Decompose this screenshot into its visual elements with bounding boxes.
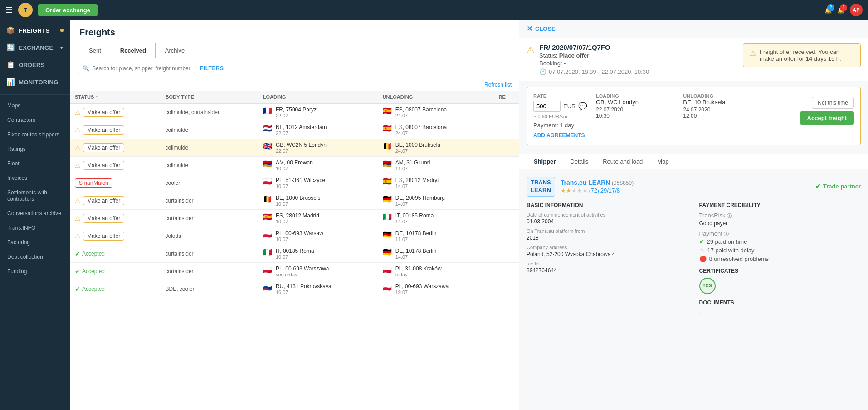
message-icon[interactable]: 💬 — [578, 102, 587, 111]
loading-info: IT, 00185 Roma 10.07 — [276, 248, 314, 260]
col-loading[interactable]: LOADING — [258, 91, 378, 104]
notifications-icon[interactable]: 🔔 2 — [824, 7, 832, 14]
sidebar-item-funding[interactable]: Funding — [0, 264, 70, 279]
detail-tab-map[interactable]: Map — [650, 154, 676, 169]
unloading-info: IT, 00185 Roma 14.07 — [395, 212, 434, 224]
sidebar-item-conversations[interactable]: Conversations archive — [0, 206, 70, 221]
rate-payment: Payment: 1 day — [533, 122, 592, 129]
search-icon: 🔍 — [83, 65, 89, 72]
date-row: Date of commencement of activities 01.03… — [527, 212, 688, 225]
not-this-time-button[interactable]: Not this time — [812, 97, 854, 109]
rate-value: EUR 💬 — [533, 101, 592, 112]
sidebar-item-factoring[interactable]: Factoring — [0, 235, 70, 250]
smartmatch-box[interactable]: SmartMatch — [75, 178, 112, 188]
unloading-flag: 🇪🇸 — [383, 106, 392, 115]
accept-freight-button[interactable]: Accept freight — [800, 111, 854, 125]
search-input[interactable] — [92, 65, 190, 72]
unloading-info: ES, 08007 Barcelona 24.07 — [395, 124, 447, 136]
avatar[interactable]: AP — [850, 4, 863, 16]
shipper-name[interactable]: Trans.eu LEARN (958859) — [561, 179, 634, 186]
sidebar-item-monitoring[interactable]: 📊 MONITORING — [0, 73, 70, 91]
status-offer: ⚠ Make an offer — [75, 108, 124, 117]
tab-archive[interactable]: Archive — [156, 43, 194, 58]
sidebar-item-ratings[interactable]: Ratings — [0, 142, 70, 156]
table-row[interactable]: ✔ Accepted curtainsider 🇮🇹 IT, 00185 Rom… — [70, 245, 519, 263]
sidebar-item-transinfo[interactable]: Trans.INFO — [0, 221, 70, 235]
offer-box[interactable]: Make an offer — [83, 108, 124, 117]
loading-city: ES, 28012 Madrid — [276, 212, 319, 219]
detail-tab-shipper[interactable]: Shipper — [527, 154, 563, 169]
loading-date: yesterday — [276, 272, 329, 277]
col-body-type[interactable]: BODY TYPE — [161, 91, 258, 104]
loading-loc: 🇳🇱 NL, 1012 Amsterdam 22.07 — [263, 124, 374, 136]
loading-city: PL, 00-693 Warszawa — [276, 265, 329, 272]
payment-details-row: Payment ⓘ ✔ 29 paid on time ⚠ — [699, 230, 861, 262]
refresh-list[interactable]: Refresh list — [70, 79, 519, 91]
cell-loading: 🇫🇷 FR, 75004 Paryz 22.07 — [258, 104, 378, 121]
offer-box[interactable]: Make an offer — [83, 143, 124, 152]
detail-tab-details[interactable]: Details — [563, 154, 595, 169]
table-row[interactable]: ⚠ Make an offer coilmulde, curtainsider … — [70, 104, 519, 121]
rate-input[interactable] — [533, 101, 561, 112]
unloading-date: 24.07 — [395, 113, 447, 118]
tab-received[interactable]: Received — [111, 43, 156, 58]
sidebar-label-monitoring: MONITORING — [19, 79, 58, 86]
table-row[interactable]: ⚠ Make an offer coilmulde 🇳🇱 NL, 1012 Am… — [70, 121, 519, 139]
unloading-city: BE, 10 Bruksela — [683, 99, 766, 106]
loading-city: PL, 51-361 Wilczyce — [276, 177, 325, 183]
alerts-icon[interactable]: 🔔 1 — [837, 7, 844, 14]
table-row[interactable]: ✔ Accepted curtainsider 🇵🇱 PL, 00-693 Wa… — [70, 263, 519, 280]
sidebar-item-invoices[interactable]: Invoices — [0, 171, 70, 185]
sidebar-item-settlements[interactable]: Settlements with contractors — [0, 185, 70, 206]
alert-text: Freight offer received. You can make an … — [760, 48, 854, 62]
offer-box[interactable]: Make an offer — [83, 232, 124, 241]
rate-section: Rate EUR 💬 ~ 0.90 EUR/km Payment: 1 day … — [533, 93, 592, 139]
table-row[interactable]: ⚠ Make an offer curtainsider 🇧🇪 BE, 1000… — [70, 192, 519, 210]
info-grid: Basic information Date of commencement o… — [527, 202, 861, 316]
tab-sent[interactable]: Sent — [79, 43, 111, 58]
sidebar-item-orders[interactable]: 📋 ORDERS — [0, 56, 70, 73]
offer-box[interactable]: Make an offer — [83, 214, 124, 223]
close-label[interactable]: CLOSE — [535, 25, 556, 32]
tax-row: tax Id 8942764644 — [527, 261, 688, 274]
topbar-left: ☰ T Order exchange — [5, 3, 98, 17]
table-row[interactable]: ⚠ Make an offer curtainsider 🇪🇸 ES, 2801… — [70, 210, 519, 227]
loading-label: Loading — [596, 93, 679, 99]
table-row[interactable]: ⚠ Make an offer coilmulde 🇦🇲 AM, 00 Erew… — [70, 157, 519, 174]
unloading-city: ES, 08007 Barcelona — [395, 124, 447, 130]
offer-box[interactable]: Make an offer — [83, 161, 124, 170]
sidebar-item-exchange[interactable]: 🔄 EXCHANGE ▼ — [0, 39, 70, 56]
unloading-info: DE, 20095 Hamburg 14.07 — [395, 195, 445, 207]
search-box[interactable]: 🔍 — [78, 63, 195, 74]
add-agreements-link[interactable]: ADD AGREEMENTS — [533, 132, 585, 139]
star-1: ★ — [561, 187, 566, 194]
table-row[interactable]: SmartMatch cooler 🇵🇱 PL, 51-361 Wilczyce… — [70, 174, 519, 192]
sidebar-item-fleet[interactable]: Fleet — [0, 156, 70, 171]
sidebar-item-freights[interactable]: 📦 FREIGHTS — [0, 22, 70, 39]
unloading-flag: 🇩🇪 — [383, 195, 392, 203]
sidebar-item-maps[interactable]: Maps — [0, 98, 70, 113]
table-row[interactable]: ✔ Accepted BDE, cooler 🇷🇺 RU, 4131 Pokro… — [70, 280, 519, 298]
table-row[interactable]: ⚠ Make an offer coilmulde 🇬🇧 GB, WC2N 5 … — [70, 139, 519, 157]
order-exchange-button[interactable]: Order exchange — [38, 4, 98, 16]
menu-icon[interactable]: ☰ — [5, 5, 13, 15]
cell-unloading: 🇵🇱 PL, 00-693 Warszawa 19.07 — [378, 280, 494, 298]
detail-panel: ✕ CLOSE ⚠ FR/ 2020/07/07/1Q7FO Status: P… — [519, 20, 868, 410]
col-unloading[interactable]: UNLOADING — [378, 91, 494, 104]
rate-currency: EUR — [563, 103, 575, 110]
cell-unloading: 🇪🇸 ES, 28012 Madryt 14.07 — [378, 174, 494, 192]
shipper-logo: TRANS LEARN — [527, 177, 555, 197]
filters-button[interactable]: FILTERS — [200, 65, 224, 72]
close-bar[interactable]: ✕ CLOSE — [519, 20, 868, 38]
sidebar-item-contractors[interactable]: Contractors — [0, 113, 70, 127]
col-status[interactable]: STATUS ↑ — [70, 91, 161, 104]
offer-box[interactable]: Make an offer — [83, 196, 124, 205]
offer-box[interactable]: Make an offer — [83, 125, 124, 135]
cell-re — [494, 121, 519, 139]
payment-credibility: Payment credibility TransRisk ⓘ Good pay… — [699, 202, 861, 316]
sidebar-item-debt-collection[interactable]: Debt collection — [0, 250, 70, 264]
table-row[interactable]: ⚠ Make an offer Joloda 🇵🇱 PL, 00-693 War… — [70, 227, 519, 245]
sidebar-item-fixed-routes[interactable]: Fixed routes shippers — [0, 127, 70, 142]
loading-flag: 🇵🇱 — [263, 265, 272, 274]
detail-tab-route[interactable]: Route and load — [595, 154, 650, 169]
